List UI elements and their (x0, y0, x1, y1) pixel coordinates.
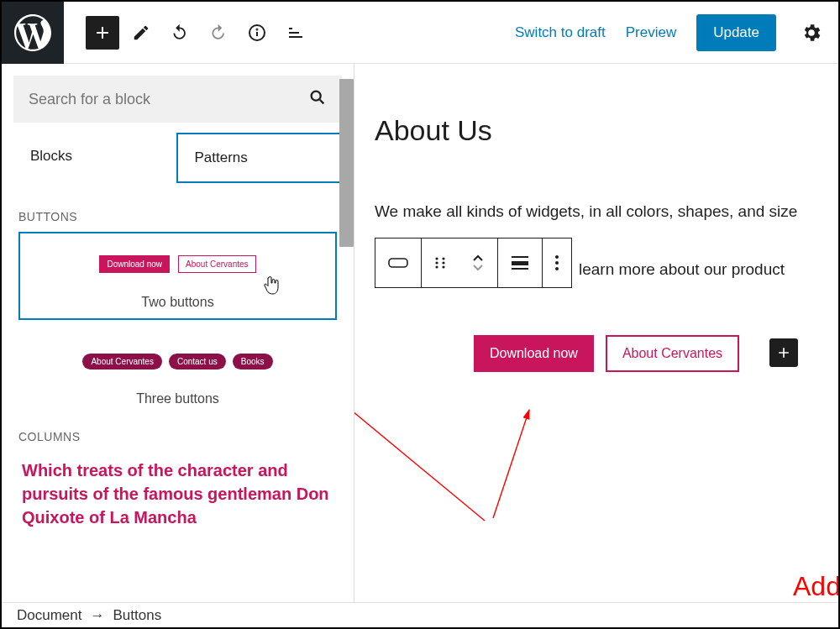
pill-books: Books (233, 354, 273, 370)
preview-link[interactable]: Preview (626, 24, 676, 41)
svg-rect-3 (289, 28, 292, 29)
svg-point-2 (257, 29, 258, 29)
wordpress-logo[interactable] (2, 2, 64, 64)
about-cervantes-button[interactable]: About Cervantes (606, 335, 739, 372)
svg-rect-15 (512, 256, 528, 258)
svg-point-6 (312, 92, 321, 101)
svg-line-7 (320, 100, 324, 104)
page-title[interactable]: About Us (375, 114, 838, 147)
block-type-button[interactable] (375, 238, 422, 287)
svg-rect-5 (289, 36, 302, 38)
info-button[interactable] (240, 16, 274, 50)
pattern-three-buttons[interactable]: About Cervantes Contact us Books Three b… (18, 335, 337, 415)
settings-gear-icon[interactable] (796, 22, 827, 44)
editor-topbar: Switch to draft Preview Update (2, 2, 838, 64)
edit-tool-button[interactable] (124, 16, 158, 50)
svg-point-11 (435, 261, 438, 264)
svg-rect-17 (512, 268, 528, 270)
section-label-buttons: BUTTONS (18, 210, 337, 223)
svg-point-12 (442, 261, 444, 264)
editor-canvas: About Us We make all kinds of widgets, i… (354, 64, 838, 602)
drag-handle[interactable] (422, 238, 459, 287)
inserter-scrollbar[interactable] (339, 79, 354, 247)
chevron-up-icon[interactable] (472, 254, 484, 262)
undo-button[interactable] (163, 16, 197, 50)
pill-about: About Cervantes (82, 354, 162, 370)
svg-point-18 (555, 255, 559, 259)
justify-button[interactable] (498, 238, 543, 287)
search-icon (308, 88, 327, 110)
annotation-label: Add Buttons (793, 571, 838, 602)
mini-btn-about: About Cervantes (178, 255, 256, 273)
block-toolbar (375, 238, 572, 288)
svg-point-19 (555, 261, 559, 265)
topbar-right-tools: Switch to draft Preview Update (515, 14, 838, 51)
svg-point-20 (555, 267, 559, 270)
svg-point-10 (442, 257, 444, 259)
paragraph-2[interactable]: learn more about our product (579, 260, 785, 279)
outline-button[interactable] (279, 16, 312, 50)
inline-add-button[interactable] (769, 338, 798, 367)
download-now-button[interactable]: Download now (474, 335, 594, 372)
breadcrumb: Document → Buttons (2, 602, 838, 627)
add-block-button[interactable] (86, 16, 119, 50)
pattern-caption: Two buttons (29, 295, 327, 310)
pattern-columns-preview[interactable]: Which treats of the character and pursui… (18, 452, 337, 536)
block-search (13, 76, 342, 123)
paragraph-1[interactable]: We make all kinds of widgets, in all col… (375, 202, 838, 221)
pattern-caption: Three buttons (27, 391, 328, 406)
svg-rect-4 (289, 32, 299, 34)
section-label-columns: COLUMNS (18, 430, 337, 443)
tab-patterns[interactable]: Patterns (176, 133, 343, 183)
chevron-down-icon[interactable] (472, 264, 484, 272)
block-inserter-panel: Blocks Patterns BUTTONS Download now Abo… (2, 64, 354, 602)
svg-rect-16 (512, 261, 528, 265)
topbar-left-tools (64, 16, 312, 50)
switch-to-draft-link[interactable]: Switch to draft (515, 24, 606, 41)
svg-point-14 (442, 265, 444, 268)
pattern-two-buttons[interactable]: Download now About Cervantes Two buttons (18, 232, 337, 320)
update-button[interactable]: Update (696, 14, 776, 51)
svg-point-9 (435, 257, 438, 259)
breadcrumb-root[interactable]: Document (17, 607, 81, 624)
breadcrumb-arrow-icon: → (90, 607, 104, 624)
svg-line-22 (493, 410, 529, 518)
svg-point-13 (435, 265, 438, 268)
breadcrumb-leaf[interactable]: Buttons (113, 607, 161, 624)
move-buttons[interactable] (459, 238, 498, 287)
inserted-buttons-block[interactable]: Download now About Cervantes (474, 335, 739, 372)
pill-contact: Contact us (169, 354, 226, 370)
svg-rect-8 (389, 259, 407, 267)
more-options-button[interactable] (543, 238, 571, 287)
mini-btn-download: Download now (99, 255, 170, 273)
tab-blocks[interactable]: Blocks (13, 133, 176, 183)
inserter-tabs: Blocks Patterns (13, 133, 342, 183)
search-input[interactable] (29, 91, 308, 108)
redo-button[interactable] (202, 16, 235, 50)
